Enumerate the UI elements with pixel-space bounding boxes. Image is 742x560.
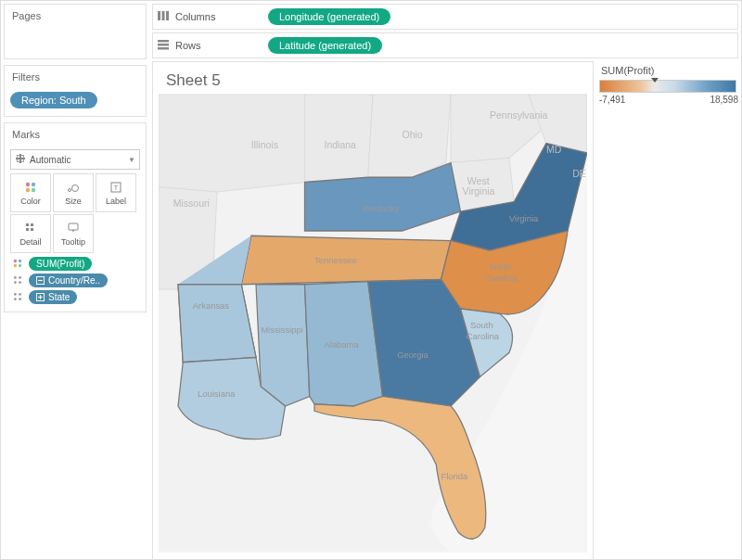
mark-type-label: Automatic [30,155,70,165]
legend-title: SUM(Profit) [599,61,738,80]
label-virginia: Virginia [509,213,539,223]
detail-mini-icon-2 [10,291,25,304]
svg-point-6 [32,188,35,192]
marks-card: Marks Automatic ▼ [4,122,147,312]
svg-point-21 [19,276,21,279]
label-louisiana: Louisiana [198,388,236,399]
svg-text:T: T [114,184,119,192]
svg-point-29 [19,298,21,300]
filter-pill-region[interactable]: Region: South [10,92,97,108]
sheet-title: Sheet 5 [153,62,593,94]
rows-label: Rows [175,40,201,51]
svg-text:Virginia: Virginia [463,185,495,197]
svg-point-27 [19,293,21,296]
bg-label-missouri: Missouri [173,197,210,209]
svg-point-20 [14,276,17,279]
detail-mini-icon-1 [10,274,25,287]
rows-shelf[interactable]: Rows Latitude (generated) [152,32,738,58]
svg-point-16 [14,259,17,261]
bg-label-indiana: Indiana [325,139,357,150]
size-button[interactable]: Size [53,173,94,212]
label-florida: Florida [441,471,469,481]
label-button[interactable]: T Label [96,173,136,212]
label-nc2: Carolina [485,273,518,283]
size-label: Size [65,197,82,206]
label-sc2: Carolina [467,331,500,341]
label-icon: T [109,180,122,195]
bg-label-illinois: Illinois [251,139,278,150]
tooltip-label: Tooltip [61,237,85,247]
label-kentucky: Kentucky [364,203,400,213]
columns-shelf[interactable]: Columns Longitude (generated) [152,4,738,30]
bg-label-wv: West [467,175,490,186]
mark-type-dropdown[interactable]: Automatic ▼ [10,149,140,170]
legend-max: 18,598 [710,95,738,105]
svg-point-28 [14,298,17,300]
label-sc1: South [470,320,493,330]
map-view[interactable]: Illinois Indiana Ohio Pennsylvania Misso… [159,94,587,554]
bg-label-ohio: Ohio [403,129,423,140]
legend-tick [651,78,659,83]
svg-point-4 [32,183,35,186]
svg-point-19 [19,263,21,266]
filters-title: Filters [5,66,146,88]
tooltip-icon [67,221,80,235]
svg-point-18 [14,263,17,266]
detail-label: Detail [19,237,41,247]
rows-pill-latitude[interactable]: Latitude (generated) [268,37,382,54]
label-tennessee: Tennessee [314,255,357,265]
svg-rect-38 [158,47,169,50]
svg-point-22 [14,281,17,284]
svg-rect-33 [158,11,160,20]
svg-point-3 [26,183,30,186]
svg-rect-15 [69,223,78,230]
detail-button[interactable]: Detail [10,214,51,253]
columns-label: Columns [175,11,215,22]
pages-title: Pages [5,5,146,27]
bg-label-pennsylvania: Pennsylvania [490,109,548,121]
marks-pill-profit[interactable]: SUM(Profit) [29,257,92,271]
svg-point-26 [14,293,17,296]
bg-label-md: MD [546,144,562,155]
filters-shelf[interactable]: Filters Region: South [4,65,147,117]
minus-box-icon [36,276,45,285]
svg-rect-12 [31,223,33,226]
state-arkansas3 [178,285,256,363]
pages-shelf[interactable]: Pages [4,4,147,59]
plus-box-icon [36,293,45,301]
svg-point-17 [19,259,21,261]
svg-rect-36 [158,40,169,43]
columns-pill-longitude[interactable]: Longitude (generated) [268,8,390,25]
label-label: Label [106,197,126,206]
bg-label-de: DE [572,168,586,179]
svg-point-5 [26,188,30,192]
label-mississippi: Mississippi [261,325,303,335]
svg-rect-13 [26,228,29,231]
tooltip-button[interactable]: Tooltip [53,214,94,253]
marks-title: Marks [5,123,146,146]
marks-pill-state[interactable]: State [29,290,77,304]
svg-point-8 [72,185,79,192]
label-nc1: North [490,261,511,272]
color-label: Color [20,197,41,206]
legend-min: -7,491 [599,95,625,105]
svg-rect-34 [162,11,165,20]
svg-rect-35 [166,11,169,20]
color-mini-icon [10,258,25,271]
label-georgia: Georgia [397,350,429,360]
svg-point-23 [19,281,21,284]
label-alabama: Alabama [325,339,360,350]
label-arkansas: Arkansas [193,300,230,311]
svg-rect-11 [26,223,29,226]
color-button[interactable]: Color [10,173,51,212]
state-mississippi[interactable] [256,285,310,406]
detail-icon [24,221,37,235]
rows-icon [157,39,170,52]
viz-canvas[interactable]: Sheet 5 [152,61,594,560]
color-icon [24,180,37,195]
svg-rect-14 [31,228,33,231]
svg-rect-37 [158,44,169,46]
color-legend[interactable]: SUM(Profit) -7,491 18,598 [599,61,738,560]
marks-pill-country[interactable]: Country/Re.. [29,274,108,287]
size-icon [66,180,81,195]
